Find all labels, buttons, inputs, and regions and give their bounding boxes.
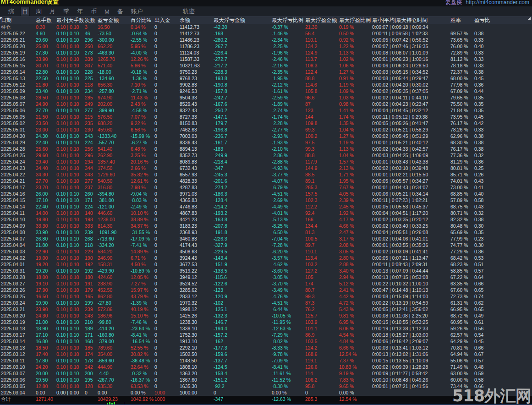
table-row[interactable]: 2025.04.0421.800.10 | 0.10218-334.20-7.4… [0, 242, 532, 248]
menu-item-currency[interactable]: 币 [89, 7, 99, 16]
table-row[interactable]: 2025.05.1322.500.10 | 0.10225-134.60-1.3… [0, 75, 532, 82]
column-header-6[interactable]: 出入金 [154, 17, 180, 24]
table-row[interactable]: 2025.04.0933.300.10 | 0.10333814.3034.37… [0, 223, 532, 229]
cell-2: 0.10 | 0.10 [56, 229, 85, 235]
cell-12: 0:00:02 | 0:03:09 | 0:41:41 [372, 248, 450, 255]
table-row[interactable]: 2025.03.1416.800.10 | 0.10168-379.00-16.… [0, 338, 532, 345]
table-row[interactable]: 2025.04.2429.400.10 | 0.102941357.4020.1… [0, 159, 532, 165]
column-header-3[interactable]: 次数 [85, 17, 98, 24]
menu-item-m[interactable]: M [103, 8, 111, 16]
column-header-9[interactable]: 最大浮亏比例 [272, 17, 305, 24]
cell-14: 0.58 [474, 197, 532, 203]
table-row[interactable]: 2025.03.2818.000.10 | 0.10180424.6012.05… [0, 274, 532, 280]
menu-item-weekly[interactable]: 周 [34, 7, 44, 16]
table-row[interactable]: 2025.03.1024.200.10 | 0.10242444.9032.64… [0, 364, 532, 370]
brand-url-link[interactable]: http://mt4commander.com [466, 0, 529, 5]
table-row[interactable]: 2025.04.2529.600.10 | 0.10296262.903.25 … [0, 152, 532, 159]
column-header-5[interactable]: 百分比% [131, 17, 154, 24]
table-row[interactable]: 2025.05.1422.800.10 | 0.10228-18.00-0.18… [0, 69, 532, 75]
table-row[interactable]: 2025.05.1221.800.10 | 0.10218656.307.10 … [0, 82, 532, 88]
table-row[interactable]: 2025.04.0119.200.10 | 0.10192158.314.50 … [0, 261, 532, 268]
period-menubar: 综日周月季年币M备账户轨迹 [0, 6, 532, 16]
column-header-1[interactable]: 总手数 [36, 17, 56, 24]
table-row[interactable]: 2025.03.1717.100.10 | 0.10171-160.80-8.4… [0, 332, 532, 338]
menu-item-trajectory[interactable]: 轨迹 [181, 7, 197, 16]
table-row[interactable]: 2025.05.0223.500.10 | 0.10235688.209.22 … [0, 120, 532, 126]
table-row[interactable]: 2025.03.1318.500.10 | 0.10185789.6052.55… [0, 345, 532, 351]
cell-6: 0 [154, 146, 180, 152]
table-row[interactable]: 2025.03.2419.900.10 | 0.10199-27.80-1.39… [0, 300, 532, 306]
table-row[interactable]: 2025.04.0219.000.10 | 0.10190246.906.71 … [0, 255, 532, 261]
table-row[interactable]: 2025.04.1517.100.10 | 0.10171-381.00-8.0… [0, 197, 532, 203]
table-row[interactable]: 持仓0.300.10 | 0.10316.500.14 %011412.73-4… [0, 24, 532, 30]
table-row[interactable]: 2025.05.0828.500.10 | 0.10285974.9011.43… [0, 94, 532, 101]
table-row[interactable]: 2025.05.0521.500.10 | 0.10215576.507.07 … [0, 114, 532, 120]
table-row[interactable]: 2025.04.1019.800.10 | 0.101981238.0038.8… [0, 216, 532, 223]
table-row[interactable]: 2025.03.1117.800.10 | 0.10178-659.60-36.… [0, 357, 532, 364]
menu-item-quarterly[interactable]: 季 [61, 7, 71, 16]
table-row[interactable]: 2025.05.1633.900.10 | 0.103391265.7012.2… [0, 56, 532, 62]
cell-8: -137.7 [214, 357, 272, 364]
table-row[interactable]: 2025.03.0619.500.10 | 0.10195-267.70-16.… [0, 377, 532, 383]
table-row[interactable]: 2025.04.1723.700.10 | 0.10237316.807.98 … [0, 184, 532, 191]
table-row[interactable]: 2025.04.3024.300.10 | 0.10243-1333.40-15… [0, 133, 532, 139]
table-row[interactable]: 2025.04.0322.900.10 | 0.10229584.2014.89… [0, 248, 532, 255]
menu-item-note[interactable]: 备 [115, 7, 125, 16]
column-header-14[interactable]: 盈亏比 [474, 17, 532, 24]
menu-item-account[interactable]: 账户 [129, 7, 145, 16]
menu-item-summary[interactable]: 综 [6, 7, 16, 16]
column-header-8[interactable]: 最大浮亏金额 [214, 17, 272, 24]
table-row[interactable]: 2025.05.0923.400.10 | 0.10234-257.80-2.7… [0, 88, 532, 94]
table-row[interactable]: 2025.03.1818.900.10 | 0.10189-414.20-23.… [0, 325, 532, 332]
table-row[interactable]: 2025.03.0720.000.10 | 0.10200-4.40-0.32 … [0, 370, 532, 377]
table-row[interactable]: 2025.04.2127.700.10 | 0.10277540.5012.61… [0, 178, 532, 184]
column-header-10[interactable]: 最大浮盈金额 [305, 17, 339, 24]
column-header-0[interactable]: 日期 [0, 17, 36, 24]
table-row[interactable]: 2025.05.2025.000.10 | 0.10250662.205.95 … [0, 43, 532, 49]
column-header-2[interactable]: 最小|大手数 [56, 17, 85, 24]
table-row[interactable]: 2025.03.2617.900.10 | 0.10179452.5015.97… [0, 287, 532, 293]
table-row[interactable]: 2025.04.2825.600.10 | 0.10256541.406.48 … [0, 146, 532, 152]
menu-item-yearly[interactable]: 年 [75, 7, 85, 16]
column-header-13[interactable]: 胜率 [450, 17, 474, 24]
column-header-11[interactable]: 最大浮盈比例 [339, 17, 372, 24]
table-row[interactable]: 2025.03.3119.200.10 | 0.10192-429.90-10.… [0, 268, 532, 274]
cell-9: -8.30 % [272, 383, 305, 389]
table-row[interactable]: 2025.04.2334.400.10 | 0.10344174.502.66 … [0, 165, 532, 171]
cell-8: -186.3 [214, 191, 272, 197]
cell-10: 99.3 [305, 293, 339, 300]
table-row[interactable]: 2025.04.1422.400.10 | 0.10224-121.00-2.4… [0, 203, 532, 210]
table-row[interactable]: 2025.05.0724.900.10 | 0.10249202.002.43 … [0, 101, 532, 107]
cell-11: 1.19 % [339, 82, 372, 88]
table-row[interactable]: 2025.03.1921.000.10 | 0.10210-99.80-7.46… [0, 319, 532, 325]
column-header-4[interactable]: 盈亏金额 [98, 17, 131, 24]
table-row[interactable]: 2025.04.0726.800.10 | 0.10268-713.60-17.… [0, 235, 532, 242]
table-row[interactable]: 2025.05.224.600.10 | 0.1046-73.50-0.64 %… [0, 30, 532, 37]
cell-0: 2025.03.20 [0, 312, 36, 319]
table-row[interactable]: 2025.03.2024.300.10 | 0.10243186.9615.10… [0, 312, 532, 319]
cell-3: 224 [85, 203, 98, 210]
table-row[interactable]: 2025.04.0823.900.10 | 0.10239-1091.90-31… [0, 229, 532, 235]
column-header-7[interactable]: 余额 [180, 17, 214, 24]
cell-4: 246.90 [98, 255, 131, 261]
table-row[interactable]: 2025.03.2516.500.10 | 0.10165862.8043.79… [0, 293, 532, 300]
table-row[interactable]: 2025.04.1626.000.10 | 0.10260-394.80-9.0… [0, 191, 532, 197]
menu-item-daily[interactable]: 日 [20, 7, 30, 16]
table-row[interactable]: 2025.04.2234.300.10 | 0.103431729.6035.8… [0, 171, 532, 178]
table-row[interactable]: 2025.05.0627.700.10 | 0.10277-399.90-4.5… [0, 107, 532, 114]
table-row[interactable]: 2025.03.1217.400.10 | 0.10174354.0030.82… [0, 351, 532, 357]
table-row[interactable]: 2025.05.1927.300.10 | 0.10273-463.30-4.0… [0, 49, 532, 56]
cell-1: 16.80 [36, 338, 56, 345]
table-row[interactable]: 2025.05.1530.700.10 | 0.10307571.405.86 … [0, 62, 532, 69]
table-row[interactable]: 2025.03.2123.900.10 | 0.10239572.8640.19… [0, 306, 532, 312]
menu-item-monthly[interactable]: 月 [48, 7, 57, 16]
cell-7: 3460.83 [180, 235, 214, 242]
table-row[interactable]: 2025.04.1114.000.10 | 0.10140446.6010.10… [0, 210, 532, 216]
cell-11: 2.08 % [339, 242, 372, 248]
table-row[interactable]: 2025.03.2719.100.10 | 0.10191238.907.27 … [0, 280, 532, 287]
table-row[interactable]: 2025.05.2129.600.10 | 0.10296-300.00-2.5… [0, 37, 532, 43]
column-header-12[interactable]: 最小|平均|最大持仓时间 [372, 17, 450, 24]
table-row[interactable]: 2025.04.2922.400.10 | 0.10224-557.70-6.2… [0, 139, 532, 146]
cell-2: 0.10 | 0.10 [56, 255, 85, 261]
table-row[interactable]: 2025.05.0123.000.10 | 0.10230459.606.56 … [0, 126, 532, 133]
